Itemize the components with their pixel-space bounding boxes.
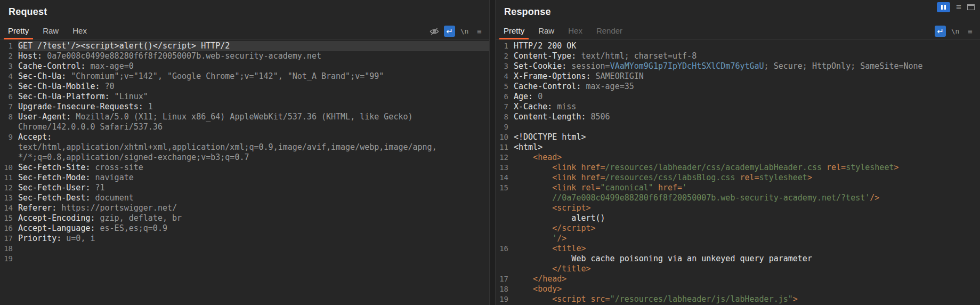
code-row[interactable]: 7Upgrade-Insecure-Requests: 1 [0, 102, 489, 112]
code-segment: max-age=0 [85, 61, 133, 71]
code-segment: > [894, 163, 898, 172]
code-row[interactable]: <script> [496, 203, 980, 213]
code-segment: "/resources/labheader/js/labHeader.js" [610, 294, 793, 304]
code-row[interactable]: 3Set-Cookie: session=VAaMYom9G1p7IpYDcHt… [496, 61, 980, 71]
editor-menu-icon[interactable]: ≡ [474, 26, 485, 37]
code-row[interactable]: 6Sec-Ch-Ua-Platform: "Linux" [0, 92, 489, 102]
layout-icon[interactable] [967, 4, 975, 10]
code-segment: text/html,application/xhtml+xml,applicat… [18, 142, 437, 152]
response-tabbar: PrettyRawHexRender ↵ \n ≡ [496, 23, 980, 39]
code-row[interactable]: 10<!DOCTYPE html> [496, 132, 980, 142]
line-number [496, 223, 514, 234]
code-row[interactable]: 3Cache-Control: max-age=0 [0, 61, 489, 71]
code-row[interactable]: 8Content-Length: 8506 [496, 112, 980, 122]
code-segment: HTTP/2 200 OK [514, 41, 576, 51]
code-line: Referer: https://portswigger.net/ [18, 203, 489, 213]
request-editor-icons: ↵ \n ≡ [428, 26, 485, 37]
code-row[interactable]: 15 <link rel="canonical" href=' [496, 183, 980, 193]
code-row[interactable]: 13Sec-Fetch-Dest: document [0, 193, 489, 203]
code-row[interactable]: 18 [0, 244, 489, 254]
code-row[interactable]: 15Accept-Encoding: gzip, deflate, br [0, 213, 489, 223]
response-tab-raw[interactable]: Raw [531, 23, 561, 39]
code-line: <link href=/resources/css/labsBlog.css r… [514, 173, 980, 183]
code-segment: gzip, deflate, br [95, 213, 182, 223]
code-row[interactable]: 4Sec-Ch-Ua: "Chromium";v="142", "Google … [0, 71, 489, 82]
code-row[interactable]: 4X-Frame-Options: SAMEORIGIN [496, 71, 980, 82]
code-row[interactable]: 10Sec-Fetch-Site: cross-site [0, 163, 489, 173]
code-segment: miss [552, 102, 576, 111]
code-segment: Priority: [18, 234, 61, 243]
code-segment: stylesheet [846, 163, 894, 172]
code-row[interactable]: 17Priority: u=0, i [0, 234, 489, 244]
code-line [18, 254, 489, 264]
code-row[interactable]: 17 </head> [496, 274, 980, 284]
code-row[interactable]: Web cache poisoning via an unkeyed query… [496, 254, 980, 264]
newline-chars-icon[interactable]: \n [459, 26, 470, 37]
code-row[interactable]: //0a7e008c0499e88280f6f8f20050007b.web-s… [496, 193, 980, 203]
response-tab-hex[interactable]: Hex [561, 23, 589, 39]
code-row[interactable]: text/html,application/xhtml+xml,applicat… [0, 142, 489, 152]
code-segment: cross-site [90, 163, 143, 172]
request-editor[interactable]: 1GET /?test'/><script>alert()</script> H… [0, 41, 489, 305]
code-row[interactable]: 14Referer: https://portswigger.net/ [0, 203, 489, 213]
code-row[interactable]: 8User-Agent: Mozilla/5.0 (X11; Linux x86… [0, 112, 489, 122]
code-segment: /> [557, 234, 566, 243]
code-segment: <html> [514, 142, 542, 152]
line-number: 8 [0, 112, 18, 122]
code-row[interactable]: 9 [496, 122, 980, 132]
hide-nonprintable-icon[interactable] [428, 26, 440, 37]
code-row[interactable]: 11<html> [496, 142, 980, 152]
code-row[interactable]: 1HTTP/2 200 OK [496, 41, 980, 51]
code-line: Priority: u=0, i [18, 234, 489, 244]
line-number: 10 [0, 163, 18, 173]
code-row[interactable]: 9Accept: [0, 132, 489, 142]
wrap-toggle-icon[interactable]: ↵ [935, 26, 946, 37]
code-line: Age: 0 [514, 92, 980, 102]
panel-splitter[interactable] [489, 0, 496, 305]
editor-menu-icon[interactable]: ≡ [965, 26, 976, 37]
code-segment: es-ES,es;q=0.9 [95, 223, 167, 233]
request-tab-hex[interactable]: Hex [66, 23, 94, 39]
code-line: Cache-Control: max-age=35 [514, 82, 980, 92]
code-segment: rel= [735, 173, 759, 182]
code-row[interactable]: 6Age: 0 [496, 92, 980, 102]
code-row[interactable]: 5Sec-Ch-Ua-Mobile: ?0 [0, 82, 489, 92]
pause-button[interactable] [937, 2, 950, 12]
code-line: <link rel="canonical" href=' [514, 183, 980, 193]
code-row[interactable]: 16 <title> [496, 244, 980, 254]
code-row[interactable]: 2Content-Type: text/html; charset=utf-8 [496, 51, 980, 61]
code-row[interactable]: Chrome/142.0.0.0 Safari/537.36 [0, 122, 489, 132]
code-row[interactable]: 5Cache-Control: max-age=35 [496, 82, 980, 92]
response-editor[interactable]: 1HTTP/2 200 OK2Content-Type: text/html; … [496, 41, 980, 305]
line-number: 14 [496, 173, 514, 183]
code-row[interactable]: 18 <body> [496, 284, 980, 294]
code-row[interactable]: 11Sec-Fetch-Mode: navigate [0, 173, 489, 183]
code-segment: <!DOCTYPE html> [514, 132, 586, 142]
request-tab-pretty[interactable]: Pretty [1, 23, 36, 39]
code-line [18, 244, 489, 254]
menu-icon[interactable]: ≡ [956, 2, 961, 12]
code-row[interactable]: 12 <head> [496, 152, 980, 163]
code-row[interactable]: </title> [496, 264, 980, 274]
code-row[interactable]: */*;q=0.8,application/signed-exchange;v=… [0, 152, 489, 163]
code-segment: text/html; charset=utf-8 [576, 51, 696, 61]
code-row[interactable]: </script> [496, 223, 980, 234]
wrap-toggle-icon[interactable]: ↵ [444, 26, 455, 37]
code-row[interactable]: 7X-Cache: miss [496, 102, 980, 112]
newline-chars-icon[interactable]: \n [950, 26, 961, 37]
code-row[interactable]: 19 <script src="/resources/labheader/js/… [496, 294, 980, 304]
code-row[interactable]: 19 [0, 254, 489, 264]
code-row[interactable]: '/> [496, 234, 980, 244]
code-row[interactable]: 1GET /?test'/><script>alert()</script> H… [0, 41, 489, 51]
code-segment: session= [566, 61, 610, 71]
response-tab-pretty[interactable]: Pretty [497, 23, 531, 39]
code-row[interactable]: alert() [496, 213, 980, 223]
line-number: 11 [0, 173, 18, 183]
response-tab-render[interactable]: Render [589, 23, 629, 39]
code-row[interactable]: 16Accept-Language: es-ES,es;q=0.9 [0, 223, 489, 234]
code-row[interactable]: 2Host: 0a7e008c0499e88280f6f8f20050007b.… [0, 51, 489, 61]
code-row[interactable]: 12Sec-Fetch-User: ?1 [0, 183, 489, 193]
code-row[interactable]: 14 <link href=/resources/css/labsBlog.cs… [496, 173, 980, 183]
request-tab-raw[interactable]: Raw [36, 23, 66, 39]
code-row[interactable]: 13 <link href=/resources/labheader/css/a… [496, 163, 980, 173]
